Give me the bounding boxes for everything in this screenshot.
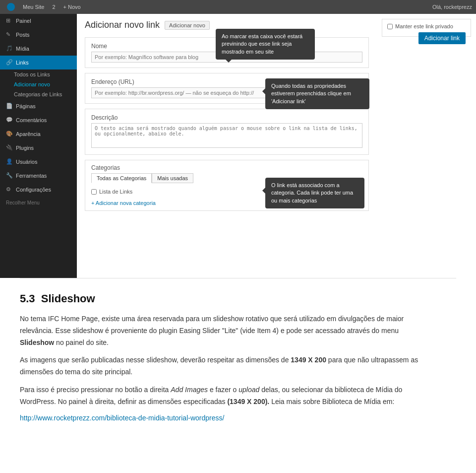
sidebar-label-links: Links xyxy=(16,60,29,66)
keep-private-checkbox[interactable] xyxy=(387,24,393,29)
desc-textarea[interactable] xyxy=(91,123,362,148)
sidebar-sub-categorias[interactable]: Categorias de Links xyxy=(0,89,77,99)
sub-adicionar-label: Adicionar novo xyxy=(14,81,50,87)
category-checkbox[interactable] xyxy=(91,189,97,195)
user-greeting: Olá, rocketprezz xyxy=(432,4,472,10)
plugins-icon: 🔌 xyxy=(6,144,13,151)
sidebar-item-ferramentas[interactable]: 🔧 Ferramentas xyxy=(0,169,77,183)
tooltip-2-text: Quando todas as propriedades estiverem p… xyxy=(271,83,351,104)
sidebar-item-links[interactable]: 🔗 Links xyxy=(0,56,77,69)
site-name-bar[interactable]: Meu Site xyxy=(20,3,47,11)
paragraph-2: As imagens que serão publicadas nesse sl… xyxy=(20,354,426,378)
bar-right: Olá, rocketprezz xyxy=(432,4,472,10)
add-new-label: + Novo xyxy=(63,4,81,10)
sidebar-label-plugins: Plugins xyxy=(16,145,34,151)
wp-right-panel: Manter este link privado Adicionar link xyxy=(377,14,476,278)
posts-icon: ✎ xyxy=(6,31,13,38)
wp-logo-icon xyxy=(7,3,15,11)
pages-icon: 📄 xyxy=(6,103,13,110)
sidebar-label-ferramentas: Ferramentas xyxy=(16,173,47,179)
page-title: Adicionar novo link xyxy=(85,20,160,30)
sidebar-item-painel[interactable]: ⊞ Painel xyxy=(0,14,77,28)
section-title-text: Slideshow xyxy=(41,292,95,305)
add-images-italic: Add Images xyxy=(171,386,208,394)
sidebar-sub-adicionar[interactable]: Adicionar novo xyxy=(0,79,77,89)
dimensions-bold-2: (1349 X 200). xyxy=(227,398,269,405)
upload-italic: upload xyxy=(238,386,259,394)
add-new-bar[interactable]: + Novo xyxy=(60,3,84,11)
comments-icon: 💬 xyxy=(6,117,13,124)
tooltip-1: Ao marcar esta caixa você estará previni… xyxy=(216,29,315,60)
dimensions-bold: 1349 X 200 xyxy=(291,356,326,364)
sidebar-label-usuarios: Usuários xyxy=(16,159,37,165)
biblioteca-link[interactable]: http://www.rocketprezz.com/biblioteca-de… xyxy=(20,414,224,422)
section-heading: 5.3 Slideshow xyxy=(20,292,426,305)
save-box: Manter este link privado Adicionar link xyxy=(382,19,471,37)
sidebar-sub-todos[interactable]: Todos os Links xyxy=(0,69,77,79)
desc-field-box: Descrição xyxy=(85,109,369,155)
sidebar-item-comentarios[interactable]: 💬 Comentários xyxy=(0,113,77,127)
users-icon: 👤 xyxy=(6,158,13,165)
sidebar-label-comentarios: Comentários xyxy=(16,117,47,123)
tab-most-used[interactable]: Mais usadas xyxy=(152,173,193,183)
dashboard-icon: ⊞ xyxy=(6,17,13,24)
sidebar-item-posts[interactable]: ✎ Posts xyxy=(0,28,77,42)
settings-icon: ⚙ xyxy=(6,186,13,193)
sidebar-label-paginas: Páginas xyxy=(16,103,36,109)
comments-count: 2 xyxy=(52,4,55,10)
add-new-button[interactable]: Adicionar novo xyxy=(165,21,210,30)
tooltip-2: Quando todas as propriedades estiverem p… xyxy=(265,78,369,109)
sidebar-label-posts: Posts xyxy=(16,32,30,38)
media-icon: 🎵 xyxy=(6,45,13,52)
tools-icon: 🔧 xyxy=(6,172,13,179)
categories-label: Categorias xyxy=(91,164,362,171)
comments-count-bar[interactable]: 2 xyxy=(49,3,58,11)
add-category-link[interactable]: + Adicionar nova categoria xyxy=(91,200,156,206)
sidebar-item-configuracoes[interactable]: ⚙ Configurações xyxy=(0,183,77,197)
sidebar-item-recolher[interactable]: Recolher Menu xyxy=(0,197,77,209)
tooltip-3: O link está associado com a categoria. C… xyxy=(265,178,364,208)
sidebar-label-midia: Mídia xyxy=(16,46,29,52)
section-divider xyxy=(20,278,456,278)
keep-private-label: Manter este link privado xyxy=(395,23,453,29)
paragraph-1: No tema IFC Home Page, existe uma área r… xyxy=(20,313,426,348)
links-icon: 🔗 xyxy=(6,59,13,66)
slideshow-bold: Slideshow xyxy=(20,338,54,346)
sidebar-item-aparencia[interactable]: 🎨 Aparência xyxy=(0,127,77,141)
wp-admin-bar: Meu Site 2 + Novo Olá, rocketprezz xyxy=(0,0,476,14)
appearance-icon: 🎨 xyxy=(6,131,13,137)
wp-content-wrapper: Adicionar novo link Adicionar novo Nome … xyxy=(77,14,476,278)
sub-categorias-label: Categorias de Links xyxy=(14,91,62,97)
add-link-button[interactable]: Adicionar link xyxy=(418,32,466,44)
sidebar-item-midia[interactable]: 🎵 Mídia xyxy=(0,42,77,56)
sub-todos-label: Todos os Links xyxy=(14,71,50,77)
sidebar-label-aparencia: Aparência xyxy=(16,131,41,137)
category-item-label: Lista de Links xyxy=(99,189,132,195)
sidebar-label-recolher: Recolher Menu xyxy=(6,200,40,205)
text-content-area: 5.3 Slideshow No tema IFC Home Page, exi… xyxy=(0,282,446,437)
sidebar-item-paginas[interactable]: 📄 Páginas xyxy=(0,99,77,113)
tab-all-categories[interactable]: Todas as Categorias xyxy=(91,173,152,183)
wp-logo-area[interactable] xyxy=(4,2,18,12)
tooltip-1-text: Ao marcar esta caixa você estará previni… xyxy=(222,33,302,55)
private-checkbox-row: Manter este link privado xyxy=(387,23,466,29)
sidebar-item-usuarios[interactable]: 👤 Usuários xyxy=(0,155,77,169)
sidebar-item-plugins[interactable]: 🔌 Plugins xyxy=(0,141,77,155)
sidebar-label-painel: Painel xyxy=(16,18,31,24)
sidebar-label-configuracoes: Configurações xyxy=(16,187,51,193)
section-number: 5.3 xyxy=(20,292,35,305)
wp-layout: ⊞ Painel ✎ Posts 🎵 Mídia 🔗 Links Todos o… xyxy=(0,14,476,278)
site-name-label: Meu Site xyxy=(23,4,44,10)
wp-sidebar: ⊞ Painel ✎ Posts 🎵 Mídia 🔗 Links Todos o… xyxy=(0,14,77,278)
tooltip-3-text: O link está associado com a categoria. C… xyxy=(271,182,353,203)
desc-label: Descrição xyxy=(91,114,362,121)
paragraph-3: Para isso é preciso pressionar no botão … xyxy=(20,384,426,408)
